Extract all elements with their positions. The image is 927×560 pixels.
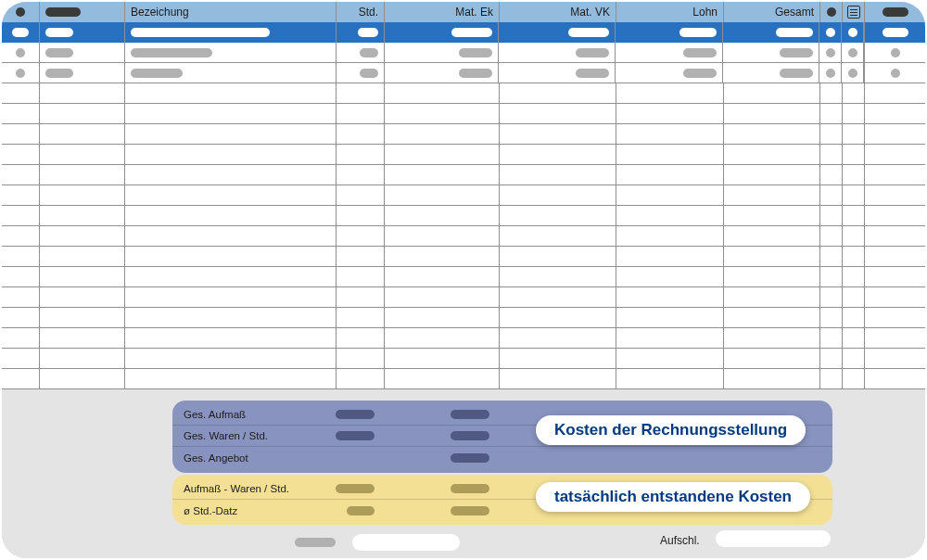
header-pill-12 — [883, 7, 908, 17]
table-body — [2, 43, 925, 389]
table-row[interactable] — [2, 124, 925, 145]
header-pill-2 — [45, 7, 81, 17]
col-bezeichnung[interactable]: Bezeichung — [131, 6, 189, 19]
cell-placeholder — [360, 48, 378, 57]
row-dot — [891, 48, 900, 57]
value-placeholder — [451, 431, 489, 440]
row-dot — [826, 48, 835, 57]
table-row[interactable] — [2, 267, 925, 287]
row-dot — [16, 48, 25, 57]
list-icon[interactable] — [847, 6, 860, 19]
cell-placeholder — [683, 69, 717, 78]
row-marker — [12, 28, 29, 37]
cell-placeholder — [360, 69, 378, 78]
value-placeholder — [336, 484, 375, 493]
col-gesamt[interactable]: Gesamt — [775, 6, 814, 19]
table-row[interactable] — [2, 328, 925, 349]
value-placeholder — [451, 484, 489, 493]
cell-placeholder — [451, 28, 492, 37]
table-row[interactable] — [2, 206, 925, 226]
table-row[interactable] — [2, 104, 925, 124]
row-dot — [16, 69, 25, 78]
cell-placeholder — [683, 48, 717, 57]
label-ges-angebot: Ges. Angebot — [172, 452, 297, 464]
col-mat-ek[interactable]: Mat. Ek — [455, 6, 493, 19]
cell-placeholder — [45, 28, 73, 37]
header-dot-9 — [827, 7, 836, 17]
footer-input[interactable] — [352, 534, 460, 551]
cell-placeholder — [45, 48, 73, 57]
value-placeholder — [347, 506, 375, 515]
cell-placeholder — [45, 69, 73, 78]
summary-footer: Ges. Aufmaß Ges. Waren / Std. Ges. Angeb… — [2, 389, 925, 558]
col-mat-vk[interactable]: Mat. VK — [570, 6, 610, 19]
table-row[interactable] — [2, 308, 925, 328]
label-aufschl: Aufschl. — [660, 534, 700, 547]
row-dot — [848, 48, 857, 57]
row-dot — [848, 28, 857, 37]
label-avg-std-satz: ø Std.-Datz — [172, 505, 297, 516]
label-ges-aufmass: Ges. Aufmaß — [172, 409, 297, 420]
table-row[interactable] — [2, 185, 925, 206]
cell-placeholder — [776, 28, 813, 37]
cell-placeholder — [131, 48, 212, 57]
value-placeholder — [451, 410, 489, 419]
column-header-row: Bezeichung Std. Mat. Ek Mat. VK Lohn Ges… — [2, 2, 925, 22]
table-row[interactable] — [2, 369, 925, 389]
value-placeholder — [451, 506, 489, 515]
aufschl-input[interactable] — [716, 530, 831, 547]
cell-placeholder — [358, 28, 378, 37]
table-row[interactable] — [2, 145, 925, 165]
label-ges-waren-std: Ges. Waren / Std. — [172, 430, 297, 441]
table-row[interactable] — [2, 63, 925, 83]
table-row[interactable] — [2, 287, 925, 308]
cell-placeholder — [459, 48, 492, 57]
cell-placeholder — [883, 28, 908, 37]
label-aufmass-waren-std: Aufmaß - Waren / Std. — [172, 483, 297, 494]
table-row[interactable] — [2, 83, 925, 104]
table-row[interactable] — [2, 165, 925, 185]
callout-billing-costs: Kosten der Rechnungsstellung — [536, 415, 806, 445]
value-placeholder — [336, 410, 375, 419]
cell-placeholder — [576, 48, 609, 57]
table-row[interactable] — [2, 226, 925, 247]
col-lohn[interactable]: Lohn — [692, 6, 717, 19]
table-row[interactable] — [2, 349, 925, 369]
value-placeholder — [451, 453, 489, 463]
header-dot-1 — [16, 7, 25, 17]
cell-placeholder — [459, 69, 492, 78]
table-row[interactable] — [2, 247, 925, 267]
cell-placeholder — [131, 69, 183, 78]
row-dot — [826, 69, 835, 78]
bottom-controls — [295, 534, 460, 551]
table-row[interactable] — [2, 43, 925, 63]
row-dot — [891, 69, 900, 78]
app-window: Bezeichung Std. Mat. Ek Mat. VK Lohn Ges… — [2, 2, 925, 558]
row-dot — [826, 28, 835, 37]
row-dot — [848, 69, 857, 78]
cell-placeholder — [780, 69, 813, 78]
cell-placeholder — [131, 28, 270, 37]
callout-actual-costs: tatsächlich entstandene Kosten — [536, 482, 810, 512]
cell-placeholder — [679, 28, 717, 37]
cell-placeholder — [568, 28, 609, 37]
cell-placeholder — [576, 69, 609, 78]
footer-pill — [295, 538, 336, 547]
cell-placeholder — [780, 48, 813, 57]
value-placeholder — [336, 431, 375, 440]
col-std[interactable]: Std. — [359, 6, 378, 19]
selected-row[interactable] — [2, 22, 925, 43]
